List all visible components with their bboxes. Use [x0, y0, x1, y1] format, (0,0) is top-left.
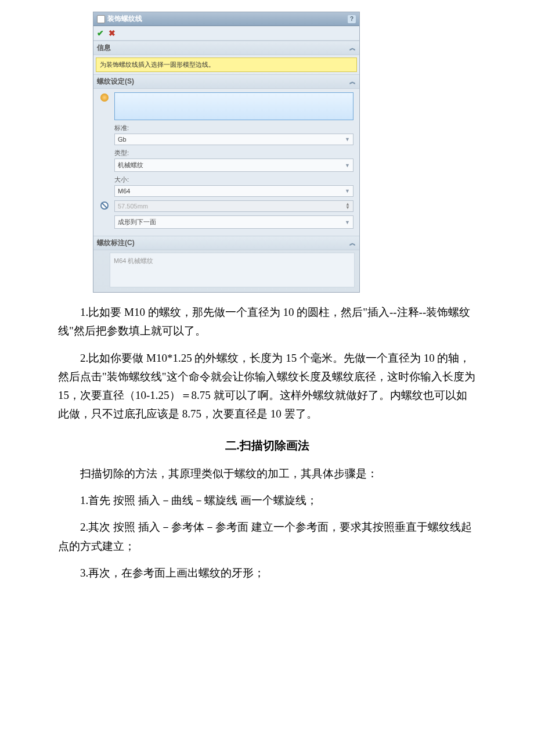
paragraph-1: 1.比如要 M10 的螺纹，那先做一个直径为 10 的圆柱，然后"插入--注释-… [58, 303, 476, 341]
standard-value: Gb [118, 136, 127, 143]
diameter-icon [100, 201, 109, 210]
action-bar: ✔ ✖ [93, 26, 359, 41]
chevron-up-icon[interactable]: ︽ [349, 239, 356, 247]
chevron-up-icon[interactable]: ︽ [349, 44, 356, 52]
dropdown-arrow-icon: ▼ [345, 163, 350, 168]
document-body: 1.比如要 M10 的螺纹，那先做一个直径为 10 的圆柱，然后"插入--注释-… [0, 293, 534, 582]
type-select[interactable]: 机械螺纹 ▼ [114, 159, 353, 172]
edge-selection-icon [100, 93, 109, 102]
info-header-label: 信息 [97, 43, 111, 53]
size-value: M64 [118, 188, 130, 195]
paragraph-6: 3.再次，在参考面上画出螺纹的牙形； [58, 564, 476, 582]
cosmetic-thread-dialog: 装饰螺纹线 ? ✔ ✖ 信息 ︽ 为装饰螺纹线插入选择一圆形模型边线。 螺纹设定… [93, 12, 360, 293]
help-icon[interactable]: ? [348, 15, 356, 23]
spinner-controls: ▲▼ [345, 203, 350, 210]
paragraph-3: 扫描切除的方法，其原理类似于螺纹的加工，其具体步骤是： [58, 465, 476, 483]
cancel-button[interactable]: ✖ [109, 28, 116, 38]
info-message: 为装饰螺纹线插入选择一圆形模型边线。 [96, 57, 357, 72]
callout-display: M64 机械螺纹 [110, 253, 355, 287]
paragraph-2: 2.比如你要做 M10*1.25 的外螺纹，长度为 15 个毫米。先做一个直径为… [58, 349, 476, 424]
heading-2: 二.扫描切除画法 [58, 435, 476, 455]
callout-section-header[interactable]: 螺纹标注(C) ︽ [93, 236, 359, 250]
dropdown-arrow-icon: ▼ [345, 219, 350, 225]
form-select[interactable]: 成形到下一面 ▼ [114, 215, 353, 229]
chevron-up-icon[interactable]: ︽ [349, 77, 356, 86]
settings-header-label: 螺纹设定(S) [97, 77, 134, 87]
dialog-titlebar: 装饰螺纹线 ? [93, 12, 359, 26]
settings-body: 标准: Gb ▼ 类型: 机械螺纹 ▼ 大小: M64 [93, 89, 359, 236]
dialog-title-text: 装饰螺纹线 [107, 14, 142, 24]
paragraph-5: 2.其次 按照 插入－参考体－参考面 建立一个参考面，要求其按照垂直于螺纹线起点… [58, 518, 476, 556]
size-label: 大小: [114, 175, 353, 184]
paragraph-4: 1.首先 按照 插入－曲线－螺旋线 画一个螺旋线； [58, 491, 476, 510]
type-label: 类型: [114, 149, 353, 157]
form-value: 成形到下一面 [118, 218, 156, 226]
diameter-value: 57.505mm [118, 203, 148, 210]
size-select[interactable]: M64 ▼ [114, 185, 353, 197]
edge-selection-input[interactable] [114, 92, 353, 120]
dropdown-arrow-icon: ▼ [345, 136, 350, 142]
settings-section-header[interactable]: 螺纹设定(S) ︽ [93, 74, 359, 89]
thread-icon [97, 15, 105, 23]
diameter-input: 57.505mm ▲▼ [114, 200, 353, 212]
type-value: 机械螺纹 [118, 161, 143, 170]
standard-label: 标准: [114, 124, 353, 132]
dropdown-arrow-icon: ▼ [345, 188, 350, 194]
info-section-header[interactable]: 信息 ︽ [93, 41, 359, 55]
ok-button[interactable]: ✔ [97, 28, 104, 38]
callout-header-label: 螺纹标注(C) [97, 238, 135, 248]
standard-select[interactable]: Gb ▼ [114, 134, 353, 145]
